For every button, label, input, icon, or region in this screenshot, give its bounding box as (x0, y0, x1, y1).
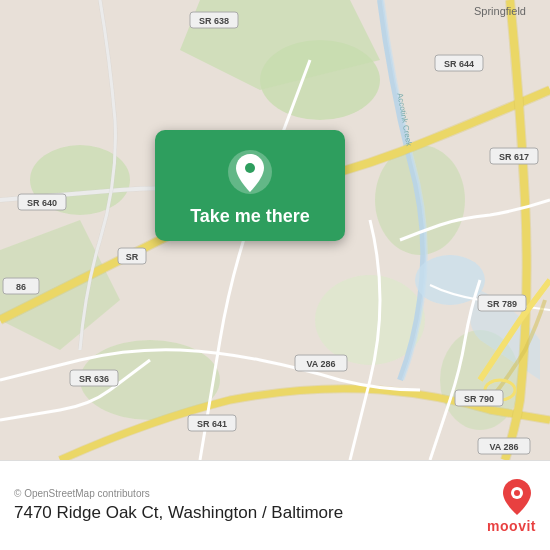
osm-credit: © OpenStreetMap contributors (14, 488, 487, 499)
svg-text:SR 641: SR 641 (197, 419, 227, 429)
svg-text:86: 86 (16, 282, 26, 292)
svg-text:SR: SR (126, 252, 139, 262)
moovit-label: moovit (487, 518, 536, 534)
svg-point-40 (514, 490, 520, 496)
map-container: SR 638 SR 644 SR 617 SR 640 86 SR SR 636… (0, 0, 550, 460)
bottom-bar: © OpenStreetMap contributors 7470 Ridge … (0, 460, 550, 550)
svg-point-38 (245, 163, 255, 173)
svg-text:VA 286: VA 286 (489, 442, 518, 452)
take-me-there-card[interactable]: Take me there (155, 130, 345, 241)
svg-text:SR 790: SR 790 (464, 394, 494, 404)
svg-text:SR 644: SR 644 (444, 59, 474, 69)
svg-text:VA 286: VA 286 (306, 359, 335, 369)
svg-text:Springfield: Springfield (474, 5, 526, 17)
location-pin-icon (226, 148, 274, 196)
take-me-there-label: Take me there (190, 206, 310, 227)
svg-text:SR 640: SR 640 (27, 198, 57, 208)
svg-text:SR 617: SR 617 (499, 152, 529, 162)
address-block: © OpenStreetMap contributors 7470 Ridge … (14, 488, 487, 523)
svg-text:SR 636: SR 636 (79, 374, 109, 384)
svg-text:SR 638: SR 638 (199, 16, 229, 26)
address-text: 7470 Ridge Oak Ct, Washington / Baltimor… (14, 503, 487, 523)
svg-text:SR 789: SR 789 (487, 299, 517, 309)
moovit-logo: moovit (487, 477, 536, 534)
moovit-icon (498, 477, 536, 515)
